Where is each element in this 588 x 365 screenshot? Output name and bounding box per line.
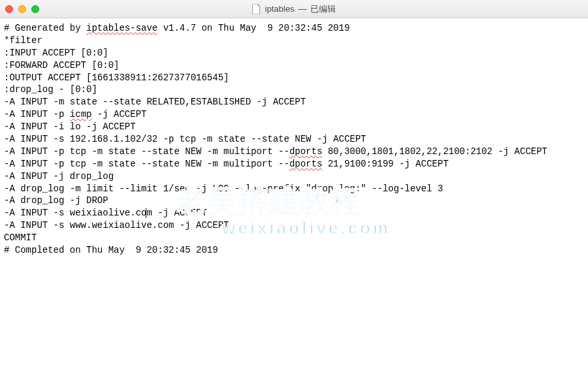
- text-editor-content[interactable]: # Generated by iptables-save v1.4.7 on T…: [0, 18, 588, 261]
- editor-line: :OUTPUT ACCEPT [1661338911:2627377016545…: [4, 72, 584, 84]
- editor-line: -A INPUT -s 192.168.1.102/32 -p tcp -m s…: [4, 133, 584, 146]
- text-cursor: [146, 208, 146, 218]
- editor-line: -A INPUT -j drop_log: [4, 170, 584, 183]
- editor-line: COMMIT: [4, 232, 584, 244]
- editor-line: :drop_log - [0:0]: [4, 84, 584, 96]
- editor-line: *filter: [4, 35, 584, 47]
- window-title: iptables — 已编辑: [252, 3, 336, 15]
- window-title-status: 已编辑: [310, 3, 336, 15]
- spellcheck-underline: iptables-save: [86, 23, 157, 33]
- window-title-separator: —: [298, 4, 306, 14]
- zoom-window-button[interactable]: [31, 5, 39, 13]
- editor-line: -A INPUT -i lo -j ACCEPT: [4, 121, 584, 133]
- editor-line: -A INPUT -p tcp -m state --state NEW -m …: [4, 146, 584, 158]
- window-titlebar: iptables — 已编辑: [0, 0, 588, 18]
- traffic-lights: [5, 5, 39, 13]
- document-icon: [252, 4, 261, 14]
- editor-line: -A INPUT -s weixiaolive.com -j ACCEPT: [4, 207, 584, 219]
- editor-line: -A INPUT -p icmp -j ACCEPT: [4, 108, 584, 121]
- editor-line: -A INPUT -m state --state RELATED,ESTABL…: [4, 96, 584, 108]
- editor-line: # Generated by iptables-save v1.4.7 on T…: [4, 22, 584, 35]
- spellcheck-underline: icmp: [70, 109, 92, 119]
- spellcheck-underline: dports: [289, 159, 322, 169]
- editor-line: -A INPUT -p tcp -m state --state NEW -m …: [4, 158, 584, 170]
- editor-line: -A INPUT -s www.weixiaolive.com -j ACCEP…: [4, 219, 584, 232]
- editor-line: -A drop_log -m limit --limit 1/sec -j LO…: [4, 183, 584, 195]
- spellcheck-underline: dports: [289, 146, 322, 157]
- editor-line: :FORWARD ACCEPT [0:0]: [4, 59, 584, 72]
- window-title-filename: iptables: [265, 4, 295, 14]
- editor-line: # Completed on Thu May 9 20:32:45 2019: [4, 244, 584, 257]
- editor-line: :INPUT ACCEPT [0:0]: [4, 47, 584, 59]
- editor-line: -A drop_log -j DROP: [4, 195, 584, 207]
- minimize-window-button[interactable]: [18, 5, 26, 13]
- close-window-button[interactable]: [5, 5, 13, 13]
